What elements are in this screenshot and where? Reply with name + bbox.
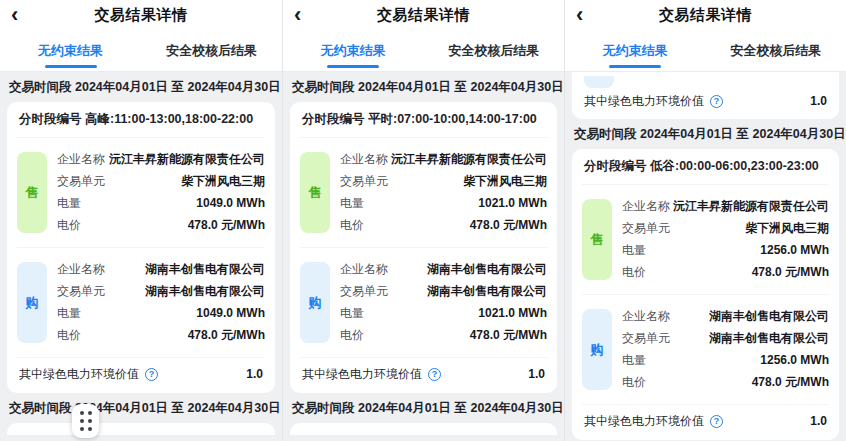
period-value: 平时:07:00-10:00,14:00-17:00 — [368, 112, 537, 126]
green-value-label: 其中绿色电力环境价值 — [584, 94, 704, 109]
tab-unconstrained-result[interactable]: 无约束结果 — [565, 30, 706, 71]
tab-label: 无约束结果 — [603, 42, 668, 60]
energy-label: 电量 — [622, 353, 646, 368]
back-icon[interactable]: ‹ — [11, 1, 18, 29]
period-row: 分时段编号 平时:07:00-10:00,14:00-17:00 — [300, 102, 547, 138]
time-range-row: 交易时间段 2024年04月01日 至 2024年04月30日 — [572, 119, 839, 149]
company-value: 沅江丰昇新能源有限责任公司 — [673, 199, 829, 214]
price-label: 电价 — [622, 375, 646, 390]
sell-entity-row: 售 企业名称沅江丰昇新能源有限责任公司 交易单元柴下洲风电三期 电量1049.0… — [17, 138, 265, 248]
sell-fields: 企业名称沅江丰昇新能源有限责任公司 交易单元柴下洲风电三期 电量1049.0 M… — [57, 152, 265, 233]
time-range-label: 交易时间段 — [9, 80, 72, 94]
trade-unit-value: 柴下洲风电三期 — [463, 174, 547, 189]
appbar: ‹ 交易结果详情 — [283, 0, 564, 30]
trade-unit-label: 交易单元 — [340, 174, 388, 189]
time-range-label: 交易时间段 — [9, 401, 72, 415]
company-label: 企业名称 — [57, 152, 105, 167]
trade-unit-value: 柴下洲风电三期 — [181, 174, 265, 189]
green-value-row: 其中绿色电力环境价值 ? 1.0 — [17, 358, 265, 393]
energy-value: 1049.0 MWh — [196, 196, 265, 211]
trade-unit-value: 湖南丰创售电有限公司 — [145, 284, 265, 299]
green-value-label: 其中绿色电力环境价值 — [302, 367, 422, 382]
trade-unit-value: 柴下洲风电三期 — [745, 221, 829, 236]
company-label: 企业名称 — [622, 309, 670, 324]
next-card-sliver — [7, 423, 275, 435]
tab-unconstrained-result[interactable]: 无约束结果 — [283, 30, 424, 71]
green-value: 1.0 — [528, 367, 545, 382]
time-range-row: 交易时间段 2024年04月01日 至 2024年04月30日 — [290, 393, 557, 423]
green-value-row: 其中绿色电力环境价值 ? 1.0 — [582, 88, 829, 119]
trade-unit-label: 交易单元 — [622, 331, 670, 346]
tab-label: 安全校核后结果 — [730, 42, 821, 60]
green-value: 1.0 — [810, 414, 827, 429]
buy-badge-sliver — [584, 76, 614, 88]
scroll-content[interactable]: 其中绿色电力环境价值 ? 1.0 交易时间段 2024年04月01日 至 202… — [565, 72, 846, 441]
energy-value: 1256.0 MWh — [760, 353, 829, 368]
time-range-value: 2024年04月01日 至 2024年04月30日 — [358, 80, 564, 94]
tab-security-checked-result[interactable]: 安全校核后结果 — [424, 30, 565, 71]
tab-label: 安全校核后结果 — [448, 42, 539, 60]
price-value: 478.0 元/MWh — [752, 265, 829, 280]
tab-security-checked-result[interactable]: 安全校核后结果 — [141, 30, 282, 71]
period-label: 分时段编号 — [302, 112, 365, 126]
floating-drag-dots-handle[interactable] — [72, 404, 99, 438]
tab-bar: 无约束结果 安全校核后结果 — [565, 30, 846, 72]
tab-unconstrained-result[interactable]: 无约束结果 — [0, 30, 141, 71]
price-label: 电价 — [340, 328, 364, 343]
period-label: 分时段编号 — [19, 112, 82, 126]
period-row: 分时段编号 低谷:00:00-06:00,23:00-23:00 — [582, 149, 829, 185]
company-label: 企业名称 — [622, 199, 670, 214]
sell-fields: 企业名称沅江丰昇新能源有限责任公司 交易单元柴下洲风电三期 电量1256.0 M… — [622, 199, 829, 280]
scroll-content[interactable]: 交易时间段 2024年04月01日 至 2024年04月30日 分时段编号 平时… — [283, 72, 564, 441]
tab-label: 无约束结果 — [38, 42, 103, 60]
buy-badge: 购 — [582, 309, 612, 390]
tab-security-checked-result[interactable]: 安全校核后结果 — [706, 30, 846, 71]
screen-panel-2: ‹ 交易结果详情 无约束结果 安全校核后结果 交易时间段 2024年04月01日… — [282, 0, 564, 441]
scroll-content[interactable]: 交易时间段 2024年04月01日 至 2024年04月30日 分时段编号 高峰… — [0, 72, 282, 441]
energy-label: 电量 — [57, 196, 81, 211]
active-tab-underline-icon — [609, 65, 661, 68]
green-value: 1.0 — [246, 367, 263, 382]
sell-badge: 售 — [300, 152, 330, 233]
time-range-value: 2024年04月01日 至 2024年04月30日 — [75, 401, 281, 415]
back-icon[interactable]: ‹ — [576, 1, 583, 29]
price-label: 电价 — [340, 218, 364, 233]
tab-label: 安全校核后结果 — [166, 42, 257, 60]
period-value: 高峰:11:00-13:00,18:00-22:00 — [85, 112, 253, 126]
trade-unit-value: 湖南丰创售电有限公司 — [427, 284, 547, 299]
next-card-sliver — [290, 423, 557, 435]
trade-unit-label: 交易单元 — [57, 174, 105, 189]
price-value: 478.0 元/MWh — [470, 328, 547, 343]
green-value-label: 其中绿色电力环境价值 — [584, 414, 704, 429]
buy-badge: 购 — [17, 262, 47, 343]
green-value-row: 其中绿色电力环境价值 ? 1.0 — [582, 405, 829, 440]
help-question-icon[interactable]: ? — [428, 368, 441, 381]
time-range-value: 2024年04月01日 至 2024年04月30日 — [75, 80, 281, 94]
time-range-value: 2024年04月01日 至 2024年04月30日 — [358, 401, 564, 415]
energy-value: 1021.0 MWh — [478, 306, 547, 321]
sell-badge: 售 — [582, 199, 612, 280]
sell-entity-row: 售 企业名称沅江丰昇新能源有限责任公司 交易单元柴下洲风电三期 电量1256.0… — [582, 185, 829, 295]
help-question-icon[interactable]: ? — [145, 368, 158, 381]
company-label: 企业名称 — [340, 262, 388, 277]
price-label: 电价 — [57, 218, 81, 233]
buy-entity-row: 购 企业名称湖南丰创售电有限公司 交易单元湖南丰创售电有限公司 电量1021.0… — [300, 248, 547, 358]
buy-fields: 企业名称湖南丰创售电有限公司 交易单元湖南丰创售电有限公司 电量1049.0 M… — [57, 262, 265, 343]
period-value: 低谷:00:00-06:00,23:00-23:00 — [650, 159, 819, 173]
company-value: 湖南丰创售电有限公司 — [709, 309, 829, 324]
sell-entity-row: 售 企业名称沅江丰昇新能源有限责任公司 交易单元柴下洲风电三期 电量1021.0… — [300, 138, 547, 248]
time-range-label: 交易时间段 — [292, 401, 355, 415]
time-range-value: 2024年04月01日 至 2024年04月30日 — [640, 127, 846, 141]
green-value-label: 其中绿色电力环境价值 — [19, 367, 139, 382]
page-title: 交易结果详情 — [95, 6, 188, 25]
page-title: 交易结果详情 — [377, 6, 470, 25]
price-value: 478.0 元/MWh — [188, 328, 265, 343]
company-value: 沅江丰昇新能源有限责任公司 — [109, 152, 265, 167]
energy-label: 电量 — [57, 306, 81, 321]
tab-label: 无约束结果 — [321, 42, 386, 60]
buy-fields: 企业名称湖南丰创售电有限公司 交易单元湖南丰创售电有限公司 电量1021.0 M… — [340, 262, 547, 343]
period-row: 分时段编号 高峰:11:00-13:00,18:00-22:00 — [17, 102, 265, 138]
help-question-icon[interactable]: ? — [710, 95, 723, 108]
back-icon[interactable]: ‹ — [294, 1, 301, 29]
help-question-icon[interactable]: ? — [710, 415, 723, 428]
